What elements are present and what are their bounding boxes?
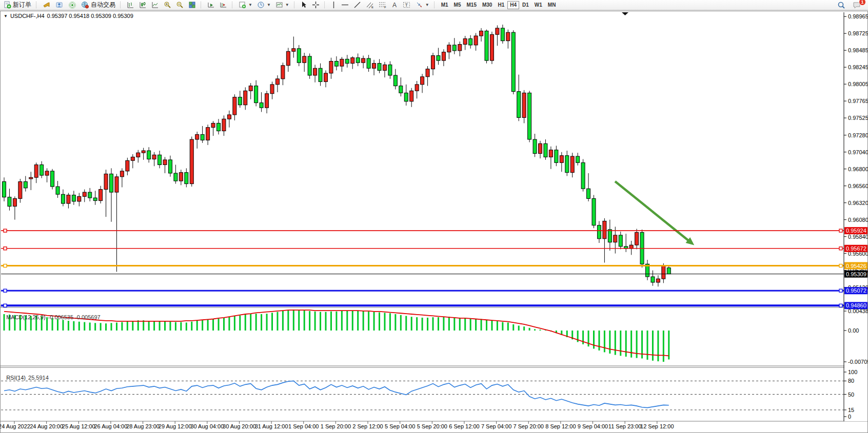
line-handle[interactable]	[839, 264, 842, 267]
timeframe-h4-button[interactable]: H4	[507, 1, 519, 9]
community-button[interactable]: 1	[851, 1, 863, 10]
cursor-button[interactable]	[299, 1, 309, 10]
bar-chart-button[interactable]	[125, 1, 136, 10]
candle-body	[592, 198, 596, 225]
candle-body	[458, 45, 462, 51]
horizontal-line-icon	[341, 1, 349, 9]
candle-body	[270, 85, 274, 94]
zoom-out-button[interactable]	[174, 1, 186, 10]
trendline-button[interactable]	[351, 1, 363, 10]
trendline-icon	[353, 1, 361, 9]
fibonacci-button[interactable]: F	[377, 1, 389, 10]
text-label-button[interactable]: T	[401, 1, 413, 10]
templates-button[interactable]: ▼	[273, 1, 291, 10]
candle-body	[34, 165, 38, 178]
rsi-indicator-label: RSI(14)25.5914	[3, 368, 49, 381]
svg-text:8 Sep 12:00: 8 Sep 12:00	[545, 423, 576, 429]
line-handle[interactable]	[4, 289, 7, 292]
line-handle[interactable]	[839, 247, 842, 250]
candle-body	[399, 86, 403, 93]
text-button[interactable]: A	[389, 1, 400, 10]
line-chart-icon	[151, 1, 159, 9]
candle-body	[608, 230, 611, 242]
channel-button[interactable]: E	[364, 1, 376, 10]
candle-body	[447, 45, 451, 52]
svg-text:0.95672: 0.95672	[846, 245, 866, 252]
candle-body	[340, 59, 344, 66]
timeframe-mn-button[interactable]: MN	[545, 1, 559, 9]
chart-background	[0, 11, 868, 433]
periods-button[interactable]: ▼	[255, 1, 273, 10]
candle-body	[511, 32, 515, 91]
timeframe-m30-button[interactable]: M30	[480, 1, 495, 9]
svg-text:25 Aug 12:00: 25 Aug 12:00	[62, 423, 95, 429]
toolbar-separator	[120, 2, 122, 8]
svg-text:0.95426: 0.95426	[846, 263, 866, 269]
arrows-button[interactable]: ▼	[413, 1, 431, 10]
candle-body	[506, 32, 510, 40]
symbol-dropdown-icon[interactable]: ▼	[4, 14, 8, 18]
svg-text:28 Aug 23:00: 28 Aug 23:00	[126, 423, 160, 429]
line-handle[interactable]	[839, 289, 842, 292]
svg-text:0.95309: 0.95309	[846, 271, 866, 277]
navigator-button[interactable]	[53, 1, 66, 10]
timeframe-d1-button[interactable]: D1	[520, 1, 531, 9]
line-handle[interactable]	[4, 247, 7, 250]
candle-body	[539, 143, 542, 153]
candle-body	[555, 150, 558, 163]
svg-text:0.00: 0.00	[848, 327, 859, 334]
svg-text:5 Sep 04:00: 5 Sep 04:00	[385, 423, 415, 429]
candle-body	[522, 93, 526, 117]
candle-body	[442, 52, 445, 60]
candle-body	[142, 151, 145, 153]
cursor-icon	[301, 1, 307, 9]
svg-text:29 Aug 12:00: 29 Aug 12:00	[159, 423, 192, 429]
vline-button[interactable]	[329, 1, 339, 10]
candle-body	[211, 123, 215, 127]
line-handle[interactable]	[4, 304, 7, 307]
candle-body	[120, 171, 124, 177]
candle-body	[485, 31, 488, 60]
line-handle[interactable]	[839, 304, 842, 307]
candle-body	[265, 94, 269, 108]
candle-body	[3, 181, 6, 197]
tile-windows-button[interactable]	[186, 1, 198, 10]
chart-title-bar[interactable]: ▼ USDCHF-,H4 0.95397 0.95418 0.95309 0.9…	[4, 13, 133, 19]
search-button[interactable]	[835, 1, 847, 10]
timeframe-w1-button[interactable]: W1	[532, 1, 545, 9]
hline-button[interactable]	[339, 1, 351, 10]
line-handle[interactable]	[4, 229, 7, 232]
timeframe-m1-button[interactable]: M1	[439, 1, 451, 9]
zoom-out-icon	[176, 1, 184, 9]
candle-body	[190, 139, 193, 184]
market-watch-button[interactable]	[41, 1, 53, 10]
chevron-down-icon: ▼	[425, 3, 429, 7]
candle-body	[201, 134, 204, 140]
candle-body	[174, 173, 177, 181]
chart-shift-button[interactable]	[218, 1, 229, 10]
chart-canvas[interactable]: 0.989650.987250.984850.982450.980050.977…	[0, 0, 868, 433]
autotrading-button[interactable]: 自动交易	[79, 1, 117, 10]
signals-button[interactable]	[66, 1, 78, 10]
line-chart-button[interactable]	[149, 1, 161, 10]
candle-body	[324, 73, 328, 81]
chevron-down-icon: ▼	[285, 3, 289, 7]
line-handle[interactable]	[4, 264, 7, 267]
template-icon	[275, 1, 283, 9]
timeframe-m5-button[interactable]: M5	[451, 1, 464, 9]
candle-body	[367, 58, 370, 68]
equidistant-channel-icon: E	[366, 1, 374, 9]
svg-text:2 Sep 12:00: 2 Sep 12:00	[352, 423, 383, 429]
timeframe-h1-button[interactable]: H1	[495, 1, 507, 9]
timeframe-m15-button[interactable]: M15	[464, 1, 479, 9]
crosshair-button[interactable]	[310, 1, 322, 10]
chart-shift-icon	[220, 1, 227, 9]
candlestick-chart-button[interactable]	[137, 1, 149, 10]
auto-scroll-button[interactable]	[205, 1, 217, 10]
text-label-icon: T	[403, 1, 411, 9]
new-order-button[interactable]: 新订单	[2, 1, 33, 10]
line-handle[interactable]	[839, 229, 842, 232]
zoom-in-button[interactable]	[162, 1, 173, 10]
indicators-button[interactable]: ▼	[236, 1, 254, 10]
svg-text:0.97765: 0.97765	[848, 98, 868, 104]
